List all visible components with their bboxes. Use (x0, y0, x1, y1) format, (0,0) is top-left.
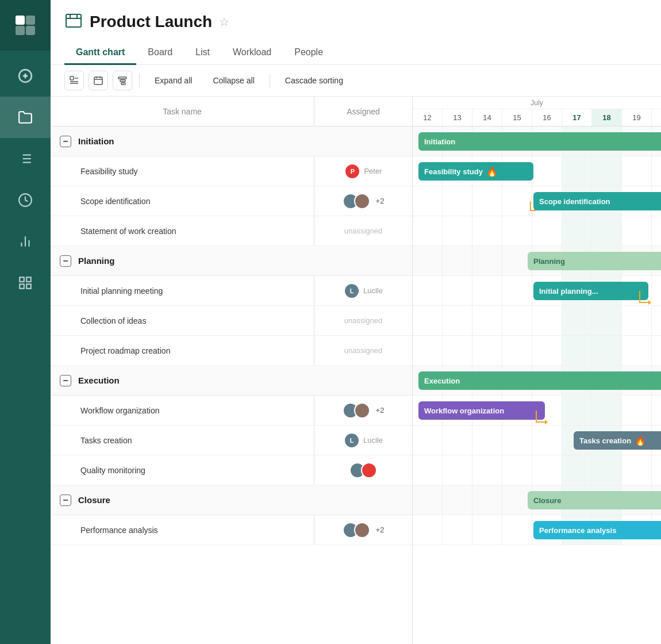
avatar-group-scope (343, 193, 370, 209)
bar-scope[interactable]: Scope identification (533, 192, 661, 210)
day-16: 16 (532, 109, 562, 126)
assignee-name-peter: Peter (364, 167, 382, 175)
days-row: 12 13 14 15 16 17 18 19 20 21 (413, 109, 661, 126)
arrow-scope (525, 186, 542, 216)
day-18: 18 (592, 109, 622, 126)
chart-row-scope: Scope identification (413, 186, 661, 216)
toolbar: Expand all Collapse all Cascade sorting (51, 65, 661, 97)
group-name-execution: Execution (78, 375, 120, 385)
task-row-statement[interactable]: Statement of work creation unassigned (51, 216, 412, 246)
group-toggle-initiation[interactable]: − (60, 136, 71, 147)
task-row-feasibility[interactable]: Feasibility study P Peter (51, 156, 412, 186)
day-20: 20 (652, 109, 661, 126)
col-header-task-name: Task name (51, 97, 314, 126)
chart-grid-collection (413, 306, 661, 335)
chart-row-planning-meeting: Initial planning... (413, 276, 661, 306)
task-list-view-icon[interactable] (64, 71, 84, 90)
calendar-view-icon[interactable] (89, 71, 108, 90)
bar-feasibility[interactable]: Feasibility study 🔥 (418, 162, 533, 181)
fire-icon-feasibility: 🔥 (486, 166, 498, 177)
project-icon (64, 12, 83, 32)
sidebar (0, 0, 51, 644)
bar-tasks-creation[interactable]: Tasks creation 🔥 (574, 431, 661, 450)
task-assigned-statement: unassigned (314, 227, 412, 235)
group-toggle-planning[interactable]: − (60, 255, 71, 267)
sidebar-list-button[interactable] (0, 138, 51, 179)
avatar-group-performance (343, 522, 370, 538)
month-label: July (413, 97, 661, 109)
assignee-name-lucile-2: Lucile (363, 436, 383, 444)
toolbar-divider-2 (270, 74, 270, 87)
tab-list[interactable]: List (184, 41, 221, 65)
group-toggle-execution[interactable]: − (60, 375, 71, 386)
tab-people[interactable]: People (283, 41, 335, 65)
tab-workload[interactable]: Workload (221, 41, 283, 65)
main-content: Product Launch ☆ Gantt chart Board List … (51, 0, 661, 644)
task-name-planning-meeting: Initial planning meeting (51, 276, 314, 305)
task-row-quality[interactable]: Quality monitoring (51, 455, 412, 485)
chart-row-performance: Performance analysis (413, 515, 661, 545)
collapse-all-button[interactable]: Collapse all (205, 72, 262, 89)
bar-planning-group[interactable]: Planning (528, 252, 661, 270)
chart-row-collection: Collection of (413, 306, 661, 336)
tab-gantt[interactable]: Gantt chart (64, 41, 136, 65)
bar-workflow[interactable]: Workflow organization (418, 401, 545, 420)
bar-execution-group[interactable]: Execution (418, 371, 661, 390)
day-12: 12 (413, 109, 443, 126)
gantt-body: Task name Assigned − Initiation Feasibil… (51, 97, 661, 644)
bar-performance[interactable]: Performance analysis (533, 521, 661, 539)
task-row-planning-meeting[interactable]: Initial planning meeting L Lucile (51, 276, 412, 306)
unassigned-label-statement: unassigned (344, 227, 383, 235)
sidebar-grid-button[interactable] (0, 262, 51, 304)
tab-board[interactable]: Board (136, 41, 184, 65)
header: Product Launch ☆ Gantt chart Board List … (51, 0, 661, 65)
task-name-ideas: Collection of ideas (51, 306, 314, 335)
fire-icon-tasks: 🔥 (635, 435, 646, 446)
avatar-lucile-1: L (344, 283, 360, 299)
task-row-ideas[interactable]: Collection of ideas unassigned (51, 306, 412, 336)
avatar-lucile-2: L (344, 432, 360, 448)
group-row-execution[interactable]: − Execution (51, 366, 412, 396)
day-17: 17 (562, 109, 592, 126)
expand-all-button[interactable]: Expand all (147, 72, 200, 89)
group-row-initiation[interactable]: − Initiation (51, 126, 412, 156)
bar-closure-group[interactable]: Closure (528, 491, 661, 509)
group-toggle-closure[interactable]: − (60, 494, 71, 506)
sidebar-projects-button[interactable] (0, 97, 51, 138)
task-assigned-ideas: unassigned (314, 316, 412, 325)
sidebar-add-button[interactable] (0, 55, 51, 97)
unassigned-label-ideas: unassigned (344, 316, 383, 325)
svg-rect-35 (121, 83, 125, 85)
svg-rect-1 (16, 26, 25, 35)
task-row-performance[interactable]: Performance analysis +2 (51, 515, 412, 545)
col-header-assigned: Assigned (314, 97, 412, 126)
group-name-closure: Closure (78, 495, 110, 505)
cascade-sorting-button[interactable]: Cascade sorting (277, 72, 351, 89)
chart-row-statement: Statement (413, 216, 661, 246)
chart-grid-roadmap (413, 336, 661, 365)
favorite-icon[interactable]: ☆ (219, 15, 229, 29)
group-row-closure[interactable]: − Closure (51, 485, 412, 515)
svg-marker-37 (648, 300, 651, 305)
gantt-view-icon[interactable] (113, 71, 132, 90)
group-row-planning[interactable]: − Planning (51, 246, 412, 276)
task-name-roadmap: Project roadmap creation (51, 336, 314, 365)
task-assigned-roadmap: unassigned (314, 346, 412, 355)
task-row-scope[interactable]: Scope identification +2 (51, 186, 412, 216)
sidebar-clock-button[interactable] (0, 179, 51, 221)
avatar-peter: P (344, 163, 360, 179)
chart-rows: Initiation Feasibility study 🔥 (413, 126, 661, 644)
avatar-count-workflow: +2 (376, 406, 385, 415)
svg-rect-29 (94, 77, 102, 85)
chart-row-planning-group: Planning (413, 246, 661, 276)
app-logo[interactable] (0, 0, 51, 51)
bar-planning-meeting[interactable]: Initial planning... (533, 282, 648, 300)
svg-rect-34 (120, 80, 125, 82)
task-row-tasks-creation[interactable]: Tasks creation L Lucile (51, 425, 412, 455)
svg-rect-21 (66, 14, 81, 27)
sidebar-chart-button[interactable] (0, 221, 51, 262)
day-13: 13 (443, 109, 472, 126)
bar-initiation-group[interactable]: Initiation (418, 132, 661, 151)
task-row-workflow[interactable]: Workflow organization +2 (51, 396, 412, 425)
task-row-roadmap[interactable]: Project roadmap creation unassigned (51, 336, 412, 366)
